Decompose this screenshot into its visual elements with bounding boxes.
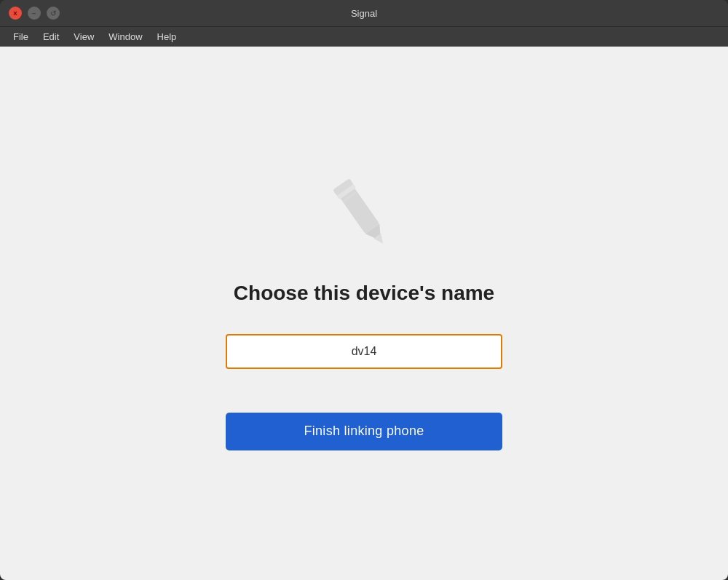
page-title: Choose this device's name bbox=[234, 282, 494, 305]
device-name-input[interactable] bbox=[226, 334, 502, 369]
app-window: × − ↺ Signal File Edit View Window Help bbox=[0, 0, 728, 580]
menu-edit[interactable]: Edit bbox=[36, 30, 66, 44]
title-bar: × − ↺ Signal bbox=[0, 0, 728, 26]
finish-linking-button[interactable]: Finish linking phone bbox=[226, 413, 502, 450]
menu-window[interactable]: Window bbox=[101, 30, 149, 44]
minimize-button[interactable]: − bbox=[28, 7, 41, 20]
close-button[interactable]: × bbox=[9, 7, 22, 20]
pencil-icon bbox=[328, 177, 400, 260]
menu-bar: File Edit View Window Help bbox=[0, 26, 728, 47]
menu-file[interactable]: File bbox=[6, 30, 36, 44]
main-content: Choose this device's name Finish linking… bbox=[0, 47, 728, 580]
refresh-button[interactable]: ↺ bbox=[47, 7, 60, 20]
window-controls: × − ↺ bbox=[9, 7, 60, 20]
menu-view[interactable]: View bbox=[66, 30, 101, 44]
menu-help[interactable]: Help bbox=[150, 30, 184, 44]
window-title: Signal bbox=[351, 8, 377, 19]
